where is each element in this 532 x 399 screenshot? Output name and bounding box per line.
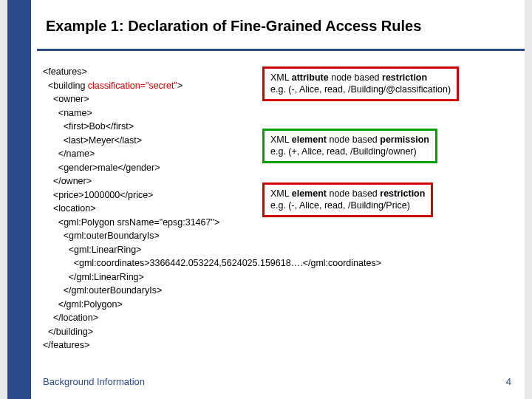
code-line: <location>	[43, 203, 96, 214]
code-text: <building	[43, 81, 88, 91]
code-line: </owner>	[43, 176, 92, 186]
t: node based	[327, 188, 380, 199]
t: element	[292, 188, 327, 199]
code-line: </gml:outerBoundaryIs>	[43, 285, 162, 296]
code-line: <owner>	[43, 94, 89, 104]
t: XML	[270, 188, 292, 199]
code-line: <features>	[43, 66, 87, 77]
footer-section-label: Background Information	[43, 376, 145, 387]
t: restriction	[382, 72, 427, 83]
callout-attribute-restriction: XML attribute node based restriction e.g…	[262, 66, 459, 101]
callout-element-permission: XML element node based permission e.g. (…	[262, 129, 437, 163]
code-line: <gml:Polygon srsName="epsg:31467">	[43, 217, 219, 228]
code-line: <price>1000000</price>	[43, 190, 153, 200]
code-line: </gml:LinearRing>	[43, 272, 144, 282]
callout-line2: e.g. (-, Alice, read, /Building/Price)	[270, 200, 425, 211]
callout-line2: e.g. (+, Alice, read, /Building/owner)	[270, 146, 429, 157]
callout-line2: e.g. (-, Alice, read, /Building/@classif…	[270, 83, 451, 95]
code-line: <name>	[43, 108, 92, 118]
t: attribute	[292, 72, 329, 83]
t: XML	[270, 134, 292, 145]
code-text: >	[177, 81, 183, 91]
code-line: <gender>male</gender>	[43, 163, 160, 173]
code-line: <gml:LinearRing>	[43, 245, 141, 255]
code-line: </gml:Polygon>	[43, 299, 123, 310]
callout-line1: XML element node based restriction	[270, 188, 425, 200]
t: permission	[380, 134, 429, 145]
left-accent-bar	[7, 0, 31, 399]
code-line: <last>Meyer</last>	[43, 135, 142, 146]
slide-number: 4	[506, 376, 511, 387]
callout-line1: XML element node based permission	[270, 134, 429, 146]
callout-element-restriction: XML element node based restriction e.g. …	[262, 183, 433, 217]
code-line: <gml:outerBoundaryIs>	[43, 231, 160, 241]
t: element	[292, 134, 327, 145]
code-line: <gml:coordinates>3366442.053224,5624025.…	[43, 258, 381, 268]
code-line: </location>	[43, 313, 98, 323]
code-attribute: classification="secret"	[88, 81, 177, 91]
code-line: <building classification="secret">	[43, 81, 183, 91]
code-line: <first>Bob</first>	[43, 121, 134, 132]
slide-title: Example 1: Declaration of Fine-Grained A…	[46, 18, 519, 35]
t: restriction	[380, 188, 425, 199]
code-line: </building>	[43, 327, 93, 337]
t: XML	[270, 72, 292, 83]
callout-line1: XML attribute node based restriction	[270, 72, 451, 83]
code-line: </features>	[43, 340, 89, 350]
title-underline	[37, 49, 525, 51]
t: node based	[329, 72, 382, 83]
t: node based	[327, 134, 380, 145]
slide: Example 1: Declaration of Fine-Grained A…	[7, 0, 525, 399]
code-line: </name>	[43, 149, 95, 159]
